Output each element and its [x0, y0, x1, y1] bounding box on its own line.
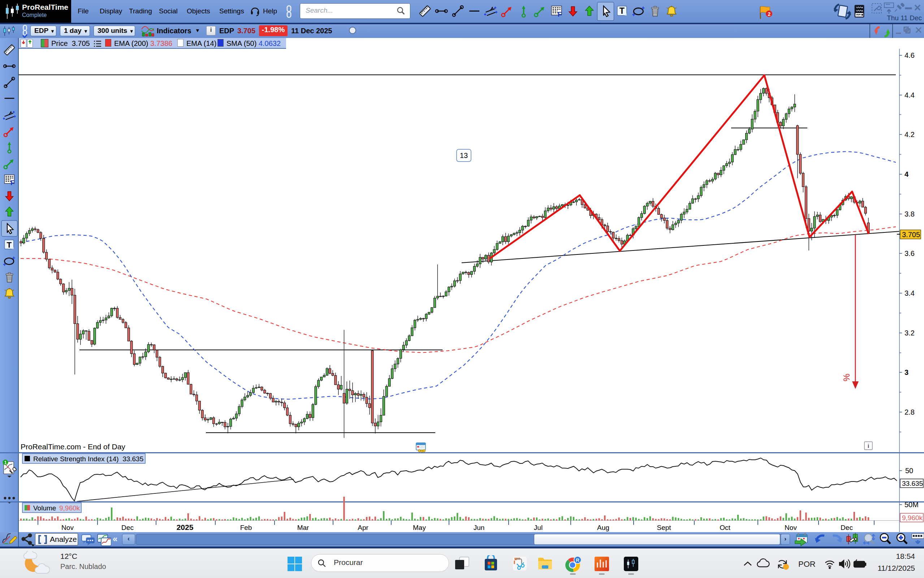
svg-text:Apr: Apr [358, 524, 369, 531]
svg-text:POR: POR [798, 560, 816, 568]
svg-text:3.705: 3.705 [902, 231, 920, 239]
svg-text:i: i [867, 443, 869, 449]
svg-text:2.8: 2.8 [905, 408, 914, 416]
svg-text:9,960k: 9,960k [59, 504, 80, 512]
svg-text:Volume: Volume [33, 504, 56, 512]
svg-text:R: R [576, 557, 579, 563]
svg-text:%: % [841, 374, 851, 382]
svg-text:Nov: Nov [785, 524, 797, 531]
svg-text:2025: 2025 [176, 523, 194, 531]
svg-text:Jul: Jul [534, 524, 542, 531]
svg-text:Feb: Feb [240, 524, 252, 531]
svg-text:9,960k: 9,960k [902, 514, 923, 521]
svg-text:Sept: Sept [657, 524, 671, 531]
svg-text:13: 13 [460, 151, 468, 159]
svg-text:Dec: Dec [121, 524, 134, 531]
svg-text:3.2: 3.2 [905, 329, 914, 337]
svg-text:33.635: 33.635 [902, 480, 923, 487]
svg-text:4.4: 4.4 [905, 91, 914, 99]
svg-text:Mar: Mar [297, 524, 309, 531]
svg-text:50M: 50M [905, 501, 919, 508]
svg-text:Oct: Oct [720, 524, 730, 531]
svg-text:50: 50 [905, 467, 913, 475]
svg-text:3.4: 3.4 [905, 289, 914, 297]
svg-text:Nov: Nov [61, 524, 74, 531]
svg-text:3: 3 [905, 369, 908, 376]
svg-text:May: May [413, 524, 426, 531]
svg-text:Relative Strength Index (14): Relative Strength Index (14) 33.635 [33, 455, 143, 463]
svg-text:Jun: Jun [474, 524, 485, 531]
svg-text:3.8: 3.8 [905, 210, 914, 218]
svg-text:4: 4 [905, 170, 909, 178]
svg-text:4.2: 4.2 [905, 130, 914, 138]
svg-text:3.6: 3.6 [905, 249, 914, 257]
svg-text:4.6: 4.6 [905, 51, 914, 59]
svg-text:ProRealTime.com - End of Day: ProRealTime.com - End of Day [21, 442, 125, 451]
svg-text:Dec: Dec [841, 524, 853, 531]
svg-text:Aug: Aug [597, 524, 609, 531]
